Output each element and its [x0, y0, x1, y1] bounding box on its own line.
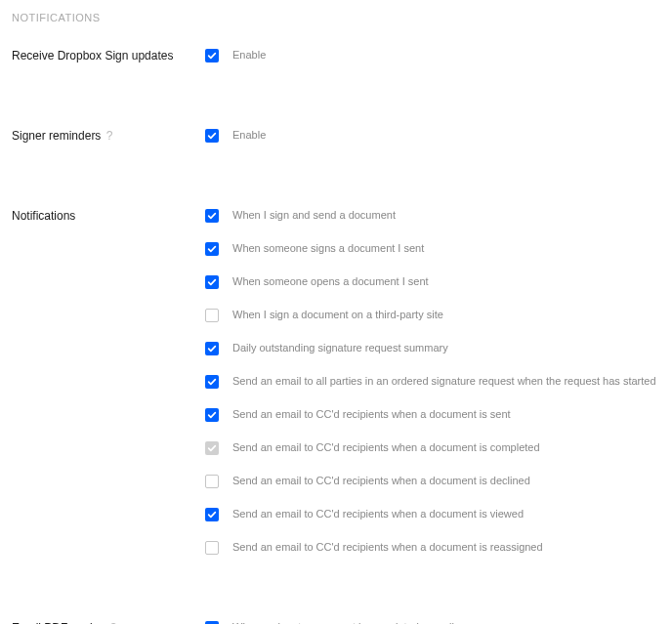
checkbox-notif-third-party[interactable] — [205, 309, 219, 322]
option-pdf-completed-me: When a signature request is completed - … — [205, 619, 660, 624]
label-notifications-text: Notifications — [12, 209, 75, 223]
help-icon[interactable]: ? — [103, 129, 112, 143]
label-pdfcopies: Email PDF copies ? — [12, 619, 205, 624]
row-pdfcopies: Email PDF copies ? When a signature requ… — [12, 619, 660, 624]
checkbox-notif-ordered-started[interactable] — [205, 375, 219, 389]
checkbox-notif-cc-sent[interactable] — [205, 408, 219, 422]
options-notifications: When I sign and send a documentWhen some… — [205, 207, 660, 557]
checkbox-updates-enable[interactable] — [205, 49, 219, 62]
row-updates: Receive Dropbox Sign updates Enable — [12, 47, 660, 64]
option-label-notif-cc-sent: Send an email to CC'd recipients when a … — [232, 407, 511, 422]
option-notif-cc-reassigned: Send an email to CC'd recipients when a … — [205, 539, 660, 557]
option-label-notif-third-party: When I sign a document on a third-party … — [232, 308, 443, 322]
option-notif-cc-viewed: Send an email to CC'd recipients when a … — [205, 506, 660, 523]
option-notif-cc-sent: Send an email to CC'd recipients when a … — [205, 406, 660, 424]
option-updates-enable: Enable — [205, 47, 660, 64]
row-notifications: Notifications When I sign and send a doc… — [12, 207, 660, 557]
option-notif-daily-summary: Daily outstanding signature request summ… — [205, 340, 660, 357]
option-label-notif-ordered-started: Send an email to all parties in an order… — [232, 374, 656, 389]
options-updates: Enable — [205, 47, 660, 64]
option-label-pdf-completed-me: When a signature request is completed - … — [232, 620, 507, 624]
label-notifications: Notifications — [12, 207, 205, 223]
row-reminders: Signer reminders ? Enable — [12, 127, 660, 145]
option-notif-cc-declined: Send an email to CC'd recipients when a … — [205, 473, 660, 490]
option-label-notif-daily-summary: Daily outstanding signature request summ… — [232, 341, 448, 355]
checkbox-notif-cc-declined[interactable] — [205, 475, 219, 488]
checkbox-notif-sign-send[interactable] — [205, 209, 219, 223]
option-notif-sign-send: When I sign and send a document — [205, 207, 660, 225]
option-label-notif-cc-viewed: Send an email to CC'd recipients when a … — [232, 507, 524, 521]
option-notif-ordered-started: Send an email to all parties in an order… — [205, 373, 660, 391]
options-pdfcopies: When a signature request is completed - … — [205, 619, 660, 624]
label-updates: Receive Dropbox Sign updates — [12, 47, 205, 62]
checkbox-notif-daily-summary[interactable] — [205, 342, 219, 355]
option-notif-someone-opens: When someone opens a document I sent — [205, 273, 660, 291]
options-reminders: Enable — [205, 127, 660, 145]
option-notif-cc-completed: Send an email to CC'd recipients when a … — [205, 439, 660, 457]
option-reminders-enable: Enable — [205, 127, 660, 145]
option-label-notif-cc-declined: Send an email to CC'd recipients when a … — [232, 474, 530, 488]
option-label-notif-cc-reassigned: Send an email to CC'd recipients when a … — [232, 540, 543, 555]
label-reminders: Signer reminders ? — [12, 127, 205, 143]
label-updates-text: Receive Dropbox Sign updates — [12, 49, 173, 62]
checkbox-notif-cc-viewed[interactable] — [205, 508, 219, 521]
checkbox-notif-cc-completed — [205, 441, 219, 455]
checkbox-notif-someone-opens[interactable] — [205, 275, 219, 289]
section-header-notifications: NOTIFICATIONS — [12, 12, 660, 23]
option-label-notif-sign-send: When I sign and send a document — [232, 208, 396, 223]
option-notif-third-party: When I sign a document on a third-party … — [205, 307, 660, 324]
option-notif-someone-signs: When someone signs a document I sent — [205, 240, 660, 258]
checkbox-notif-cc-reassigned[interactable] — [205, 541, 219, 555]
option-label-updates-enable: Enable — [232, 48, 266, 62]
option-label-reminders-enable: Enable — [232, 128, 266, 143]
checkbox-reminders-enable[interactable] — [205, 129, 219, 143]
label-reminders-text: Signer reminders — [12, 129, 101, 143]
option-label-notif-someone-signs: When someone signs a document I sent — [232, 241, 424, 256]
checkbox-notif-someone-signs[interactable] — [205, 242, 219, 256]
option-label-notif-cc-completed: Send an email to CC'd recipients when a … — [232, 440, 540, 455]
option-label-notif-someone-opens: When someone opens a document I sent — [232, 274, 429, 289]
